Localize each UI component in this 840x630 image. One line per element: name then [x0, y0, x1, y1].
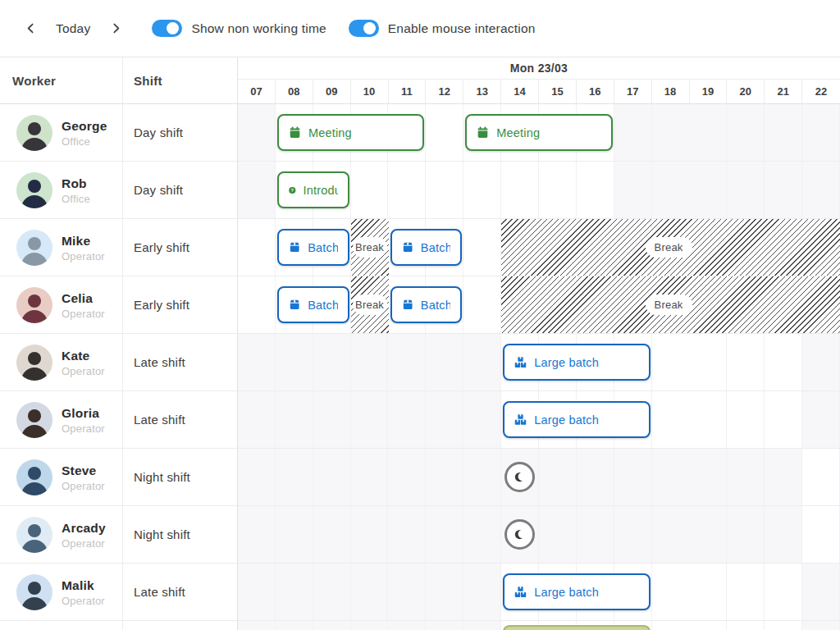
timeline-row[interactable] [238, 506, 840, 564]
hour-header-cell[interactable]: 20 [727, 80, 765, 103]
worker-role: Operator [62, 536, 106, 549]
worker-name: Celia [62, 290, 105, 305]
event-large-batch[interactable]: Large batch [503, 625, 651, 630]
hour-header-cell[interactable]: 16 [577, 80, 614, 103]
worker-row-cells[interactable]: MikeOperatorEarly shift [0, 219, 238, 276]
timeline-row[interactable]: Large batch [238, 621, 840, 630]
worker-row-cells[interactable]: ArcadyOperatorNight shift [0, 506, 238, 564]
nonworking-time-region [802, 391, 840, 448]
shift-cell[interactable]: Early shift [123, 276, 237, 333]
toggle-label: Show non working time [191, 21, 326, 36]
worker-name: Rob [62, 176, 90, 190]
worker-cell[interactable] [0, 621, 123, 630]
scheduler-body: GeorgeOfficeDay shiftMeetingMeetingRobOf… [0, 104, 840, 630]
worker-cell[interactable]: SteveOperator [0, 449, 123, 505]
hour-header-cell[interactable]: 22 [802, 80, 840, 103]
hour-header-cell[interactable]: 09 [313, 80, 351, 103]
event-large-batch[interactable]: Large batch [503, 573, 651, 610]
event-large-batch[interactable]: Large batch [503, 401, 651, 438]
worker-column-header[interactable]: Worker [0, 57, 123, 103]
event-batch[interactable]: Batch [277, 229, 349, 266]
toggle-switch-icon[interactable] [152, 20, 182, 37]
worker-cell[interactable]: GeorgeOffice [0, 104, 123, 161]
worker-row-cells[interactable]: MalikOperatorLate shift [0, 564, 238, 621]
hour-header-cell[interactable]: 13 [463, 80, 501, 103]
worker-cell[interactable]: MalikOperator [0, 564, 123, 620]
shift-cell[interactable]: Night shift [123, 449, 237, 505]
hour-header-cell[interactable]: 14 [501, 80, 539, 103]
timeline-row[interactable]: MeetingMeeting [238, 104, 840, 162]
hour-header-cell[interactable]: 08 [276, 80, 313, 103]
timeline-header: Mon 23/03 070809101112131415161718192021… [238, 57, 840, 104]
shift-cell[interactable]: Late shift [123, 334, 237, 390]
person-silhouette-icon [16, 230, 52, 266]
nonworking-time-region [238, 391, 501, 448]
timeline-row[interactable]: Large batch [238, 391, 840, 449]
event-introduction[interactable]: ?Introduction [277, 171, 349, 208]
worker-row-cells[interactable]: SteveOperatorNight shift [0, 449, 238, 506]
person-silhouette-icon [16, 287, 52, 323]
toggle-show-non-working-time[interactable]: Show non working time [152, 20, 326, 37]
worker-row-cells[interactable]: RobOfficeDay shift [0, 162, 238, 219]
shift-cell[interactable]: Late shift [123, 391, 237, 448]
worker-row-cells[interactable]: KateOperatorLate shift [0, 334, 238, 391]
shift-cell[interactable]: Day shift [123, 162, 237, 218]
hour-header-cell[interactable]: 07 [238, 80, 276, 103]
avatar [16, 517, 52, 553]
event-large-batch[interactable]: Large batch [503, 344, 651, 381]
worker-cell[interactable]: GloriaOperator [0, 391, 123, 448]
worker-cell[interactable]: CeliaOperator [0, 276, 123, 333]
shift-cell[interactable]: Night shift [123, 506, 237, 563]
worker-role: Operator [62, 479, 105, 491]
worker-identity: MalikOperator [62, 578, 105, 606]
shift-column-header[interactable]: Shift [123, 57, 237, 103]
today-button[interactable]: Today [56, 21, 90, 36]
next-button[interactable] [102, 15, 130, 43]
timeline-row[interactable]: BreakBreakBatchBatch [238, 276, 840, 334]
hour-header-cell[interactable]: 17 [614, 80, 652, 103]
timeline-row[interactable]: Large batch [238, 564, 840, 621]
worker-row-cells[interactable] [0, 621, 238, 630]
hour-header-cell[interactable]: 10 [351, 80, 389, 103]
person-silhouette-icon [16, 517, 52, 553]
event-batch[interactable]: Batch [390, 286, 463, 323]
hour-header-cell[interactable]: 15 [539, 80, 577, 103]
event-batch[interactable]: Batch [277, 286, 349, 323]
worker-cell[interactable]: KateOperator [0, 334, 123, 390]
worker-cell[interactable]: MikeOperator [0, 219, 123, 276]
hour-header-cell[interactable]: 21 [765, 80, 802, 103]
worker-name: Gloria [62, 405, 105, 420]
timeline-row[interactable]: BreakBreakBatchBatch [238, 219, 840, 276]
event-batch[interactable]: Batch [390, 229, 463, 266]
shift-cell[interactable]: Early shift [123, 219, 237, 276]
worker-row-cells[interactable]: GeorgeOfficeDay shift [0, 104, 238, 162]
worker-row-cells[interactable]: GloriaOperatorLate shift [0, 391, 238, 449]
night-shift-moon-event[interactable] [504, 519, 535, 550]
hour-header-cell[interactable]: 11 [389, 80, 427, 103]
timeline-row[interactable]: ?Introduction [238, 162, 840, 219]
stacked-boxes-icon [514, 586, 527, 598]
worker-cell[interactable]: ArcadyOperator [0, 506, 123, 563]
event-meeting[interactable]: Meeting [465, 114, 613, 151]
event-label: Meeting [496, 126, 540, 139]
hour-header-cell[interactable]: 19 [690, 80, 728, 103]
shift-cell[interactable]: Day shift [123, 104, 237, 161]
event-label: Batch [421, 299, 450, 312]
night-shift-moon-event[interactable] [504, 462, 535, 492]
shift-cell[interactable]: Late shift [123, 564, 237, 620]
timeline-row[interactable] [238, 449, 840, 506]
event-meeting[interactable]: Meeting [277, 114, 425, 151]
worker-cell[interactable]: RobOffice [0, 162, 123, 218]
toggle-switch-icon[interactable] [349, 20, 379, 37]
hour-header-cell[interactable]: 12 [426, 80, 463, 103]
event-label: Batch [421, 241, 450, 254]
timeline-row[interactable]: Large batch [238, 334, 840, 391]
toggle-enable-mouse-interaction[interactable]: Enable mouse interaction [349, 20, 536, 37]
hour-header-cell[interactable]: 18 [652, 80, 690, 103]
previous-button[interactable] [16, 15, 44, 43]
person-silhouette-icon [16, 172, 52, 208]
worker-name: Kate [62, 348, 105, 363]
avatar [16, 574, 52, 610]
worker-row-cells[interactable]: CeliaOperatorEarly shift [0, 276, 238, 334]
shift-cell[interactable] [123, 621, 237, 630]
